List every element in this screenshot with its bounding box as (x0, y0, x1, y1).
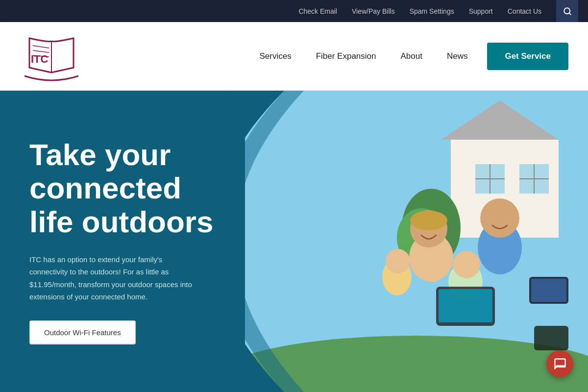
check-email-link[interactable]: Check Email (298, 7, 337, 15)
teal-curve (186, 91, 588, 392)
svg-text:ITC: ITC (31, 53, 49, 65)
search-icon (563, 7, 572, 16)
top-bar: Check Email View/Pay Bills Spam Settings… (0, 0, 588, 22)
nav-fiber-expansion[interactable]: Fiber Expansion (316, 51, 376, 61)
chat-bubble-button[interactable] (546, 350, 573, 377)
get-service-button[interactable]: Get Service (487, 43, 568, 70)
spam-settings-link[interactable]: Spam Settings (410, 7, 454, 15)
search-button[interactable] (556, 0, 578, 22)
support-link[interactable]: Support (469, 7, 493, 15)
nav-about[interactable]: About (400, 51, 422, 61)
outdoor-wifi-button[interactable]: Outdoor Wi-Fi Features (29, 320, 136, 344)
view-pay-bills-link[interactable]: View/Pay Bills (352, 7, 395, 15)
hero-content: Take your connected life outdoors ITC ha… (0, 91, 245, 392)
svg-line-1 (569, 13, 570, 14)
logo-area[interactable]: ITC (20, 28, 83, 84)
main-nav: ITC Services Fiber Expansion About News … (0, 22, 588, 91)
svg-line-2 (33, 46, 49, 48)
hero-title: Take your connected life outdoors (29, 138, 220, 239)
nav-services[interactable]: Services (259, 51, 291, 61)
chat-icon (553, 357, 567, 371)
svg-line-3 (33, 50, 49, 52)
hero-description: ITC has an option to extend your family'… (29, 253, 196, 303)
itc-logo: ITC (20, 28, 83, 82)
hero-section: Take your connected life outdoors ITC ha… (0, 91, 588, 392)
nav-news[interactable]: News (447, 51, 468, 61)
contact-us-link[interactable]: Contact Us (508, 7, 541, 15)
nav-links: Services Fiber Expansion About News (259, 51, 467, 61)
